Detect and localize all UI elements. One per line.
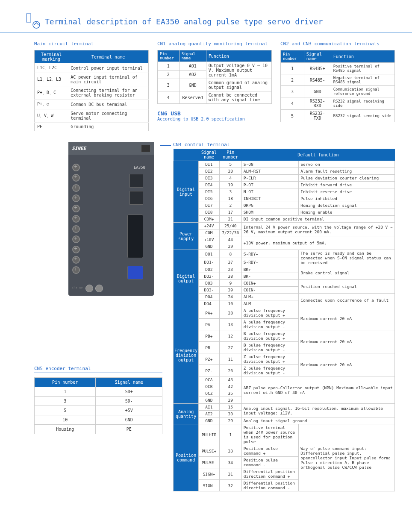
cn4-title: CN4 control terminal <box>173 142 395 147</box>
table-row: 3GNDCommunication signal reference groun… <box>281 86 395 97</box>
main-circuit-table: Terminal markingTerminal name L1C、L2CCon… <box>34 50 149 131</box>
header-icon <box>26 13 43 30</box>
table-row: 1SD+ <box>35 387 162 397</box>
table-row: 4ReservedCannot be connected with any si… <box>158 91 272 104</box>
screw-icon <box>72 225 80 233</box>
device-model: EA350 <box>134 165 145 170</box>
cn4-table: Signal name Pin number Default function … <box>173 149 395 491</box>
button-icon <box>85 285 93 292</box>
screw-icon <box>72 215 80 223</box>
page-title: Terminal description of EA350 analog pul… <box>45 17 323 26</box>
svg-rect-0 <box>26 14 31 22</box>
screw-icon <box>72 256 80 264</box>
table-row: PEGrounding <box>35 123 149 131</box>
screw-icon <box>72 266 80 274</box>
table-row: 1RS485+Positive terminal of RS485 signal <box>281 63 395 74</box>
cn6-title: CN6 USB <box>157 110 272 117</box>
screw-icon <box>72 246 80 253</box>
table-row: 3SD- <box>35 397 162 406</box>
cn5-title: CN5 encoder terminal <box>34 366 162 373</box>
port-icon <box>129 174 143 188</box>
table-row: L1C、L2CControl power input terminal <box>35 63 149 73</box>
table-row: 3GNDCommon ground of analog output signa… <box>158 79 272 91</box>
cn4-section: CN4 control terminal Signal name Pin num… <box>173 142 395 491</box>
table-row: 10GND <box>35 415 162 425</box>
screw-icon <box>72 174 80 182</box>
port-icon <box>127 215 143 258</box>
table-row: 5RS232-TXDRS232 signal sending side <box>281 110 395 122</box>
port-icon <box>127 266 143 279</box>
table-row: P+、⊖Common DC bus terminal <box>35 100 149 109</box>
table-row: HousingPE <box>35 425 162 434</box>
cn2-table: Pin numberSignal nameFunction 1RS485+Pos… <box>280 50 395 122</box>
charge-label: charge <box>72 286 82 289</box>
cn6-sub: According to USB 2.0 specification <box>157 117 272 121</box>
cn1-section: CN1 analog quantity monitoring terminal … <box>157 41 272 131</box>
page-header: Terminal description of EA350 analog pul… <box>0 0 412 32</box>
cn2-section: CN2 and CN3 communication terminals Pin … <box>280 41 395 131</box>
table-row: U、V、WServo motor connecting terminal <box>35 109 149 123</box>
device-image: SINEE EA350 charge <box>68 142 154 296</box>
table-row: P+、D、CConnecting terminal for an externa… <box>35 86 149 100</box>
table-row: 4RS232-RXDRS232 signal receiving side <box>281 97 395 110</box>
table-row: 5+5V <box>35 406 162 415</box>
button-icon <box>95 285 103 292</box>
main-circuit-section: Main circuit terminal Terminal markingTe… <box>34 41 149 131</box>
screw-icon <box>72 184 80 192</box>
table-row: L1、L2、L3AC power input terminal of main … <box>35 73 149 86</box>
cn1-table: Pin numberSignal nameFunction 1AO1Output… <box>157 50 272 104</box>
port-icon <box>129 191 143 205</box>
cn1-title: CN1 analog quantity monitoring terminal <box>157 41 272 47</box>
table-row: 2RS485-Negative terminal of RS485 signal <box>281 74 395 86</box>
cn6-section: CN6 USB According to USB 2.0 specificati… <box>157 110 272 121</box>
screw-icon <box>72 164 80 171</box>
table-row: 1AO1Output voltage 0 V ~ 10 V, Maximum o… <box>158 62 272 71</box>
main-circuit-title: Main circuit terminal <box>34 41 149 47</box>
screw-icon <box>72 235 80 243</box>
device-brand: SINEE <box>72 146 86 151</box>
screw-icon <box>72 205 80 212</box>
cn5-section: CN5 encoder terminal Pin numberSignal na… <box>34 366 162 434</box>
cn2-title: CN2 and CN3 communication terminals <box>280 41 395 47</box>
cn5-table: Pin numberSignal name 1SD+ 3SD- 5+5V 10G… <box>34 377 162 434</box>
screw-icon <box>72 194 80 202</box>
